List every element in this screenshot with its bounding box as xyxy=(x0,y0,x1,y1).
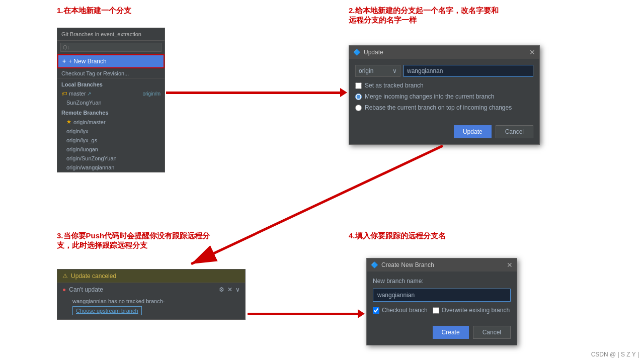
gear-icon[interactable]: ⚙ xyxy=(219,286,224,293)
set-tracked-row: Set as tracked branch xyxy=(355,82,533,89)
git-branches-panel: Git Branches in event_extraction + + New… xyxy=(57,28,165,172)
arrow-head2 xyxy=(358,309,365,318)
tag-icon: 🏷 xyxy=(61,90,67,97)
local-branches-label: Local Branches xyxy=(57,79,165,89)
overwrite-branch-row: Overwrite existing branch xyxy=(433,307,510,314)
remote-branch-name: origin/wangqiannan xyxy=(66,164,114,170)
update-dialog-icon: 🔷 xyxy=(353,49,361,56)
create-branch-titlebar: 🔷 Create New Branch ✕ xyxy=(367,258,517,272)
cant-update-icons: ⚙ ✕ ∨ xyxy=(219,286,240,293)
create-branch-title: Create New Branch xyxy=(381,261,434,268)
set-tracked-checkbox[interactable] xyxy=(355,82,362,89)
cant-update-title: Can't update xyxy=(69,286,103,293)
checkout-branch-checkbox[interactable] xyxy=(373,307,379,314)
remote-branches-label: Remote Branches xyxy=(57,107,165,117)
create-branch-dialog: 🔷 Create New Branch ✕ New branch name: C… xyxy=(366,258,517,345)
title-left: 🔷 Update xyxy=(353,49,383,56)
arrow-head xyxy=(340,88,347,97)
choose-upstream-branch-button[interactable]: Choose upstream branch xyxy=(72,306,142,315)
arrow-step1 xyxy=(166,88,347,97)
remote-branch-origin-sunzongyuan[interactable]: origin/SunZongYuan xyxy=(57,154,165,163)
new-branch-label: + New Branch xyxy=(68,58,107,65)
remote-branch-origin-lyx[interactable]: origin/lyx xyxy=(57,127,165,136)
create-branch-title-left: 🔷 Create New Branch xyxy=(371,261,434,268)
rebase-radio[interactable] xyxy=(355,105,362,111)
remote-branch-origin-luogan[interactable]: origin/luogan xyxy=(57,145,165,154)
new-branch-button[interactable]: + + New Branch xyxy=(57,54,165,68)
branch-item-sunzongyuan[interactable]: SunZongYuan xyxy=(57,98,165,107)
plus-icon: + xyxy=(62,58,66,65)
new-branch-name-label: New branch name: xyxy=(373,278,511,285)
create-branch-close-button[interactable]: ✕ xyxy=(507,261,513,269)
new-branch-name-input[interactable] xyxy=(373,289,511,302)
remote-branch-name: origin/master xyxy=(73,119,106,125)
update-dialog: 🔷 Update ✕ origin ∨ Set as tracked branc… xyxy=(349,45,540,145)
git-search-area xyxy=(57,41,165,54)
remote-select[interactable]: origin ∨ xyxy=(355,65,400,77)
step4-annotation: 4.填入你要跟踪的远程分支名 xyxy=(349,231,446,241)
create-branch-body: New branch name: Checkout branch Overwri… xyxy=(367,272,517,322)
arrow-step2 xyxy=(248,309,365,318)
update-dialog-title: Update xyxy=(364,49,383,56)
update-canceled-text: Update canceled xyxy=(71,273,116,280)
remote-branch-origin-wangqiannan[interactable]: origin/wangqiannan xyxy=(57,163,165,172)
cant-update-body: wangqiannian has no tracked branch- Choo… xyxy=(57,296,245,319)
branch-item-master[interactable]: 🏷 master ↗ origin/m xyxy=(57,89,165,98)
rebase-label: Rebase the current branch on top of inco… xyxy=(365,104,512,111)
update-dialog-footer: Update Cancel xyxy=(349,121,539,144)
create-button[interactable]: Create xyxy=(433,326,469,339)
branch-selection-row: origin ∨ xyxy=(355,65,533,77)
merge-radio[interactable] xyxy=(355,94,362,100)
update-canceled-bar: ⚠ Update canceled xyxy=(57,269,245,283)
step2-annotation: 2.给本地新建的分支起一个名字，改名字要和 远程分支的名字一样 xyxy=(349,6,499,25)
branch-name-master: master xyxy=(69,90,86,97)
remote-branch-origin-master[interactable]: ★ origin/master xyxy=(57,117,165,127)
remote-branch-name: origin/lyx xyxy=(66,128,88,134)
merge-radio-row: Merge incoming changes into the current … xyxy=(355,93,533,100)
cant-update-left: ● Can't update xyxy=(62,286,103,293)
overwrite-branch-checkbox[interactable] xyxy=(433,307,439,314)
update-button[interactable]: Update xyxy=(454,125,492,138)
branch-name-sunzongyuan: SunZongYuan xyxy=(66,100,102,106)
error-icon: ● xyxy=(62,286,66,293)
checkout-branch-row: Checkout branch xyxy=(373,307,428,314)
checkout-branch-label: Checkout branch xyxy=(382,307,428,314)
create-cancel-button[interactable]: Cancel xyxy=(473,326,511,339)
merge-label: Merge incoming changes into the current … xyxy=(365,93,494,100)
update-dialog-body: origin ∨ Set as tracked branch Merge inc… xyxy=(349,59,539,121)
close-icon[interactable]: ✕ xyxy=(227,286,232,293)
remote-branch-name: origin/SunZongYuan xyxy=(66,155,117,161)
remote-branch-name: origin/lyx_gs xyxy=(66,137,97,143)
arrow-line2 xyxy=(248,313,358,315)
rebase-radio-row: Rebase the current branch on top of inco… xyxy=(355,104,533,111)
warning-icon: ⚠ xyxy=(62,273,68,280)
diagonal-arrow-svg xyxy=(151,141,252,272)
remote-branch-origin-lyx-gs[interactable]: origin/lyx_gs xyxy=(57,136,165,145)
cant-update-bar: ● Can't update ⚙ ✕ ∨ xyxy=(57,283,245,296)
update-canceled-panel: ⚠ Update canceled ● Can't update ⚙ ✕ ∨ w… xyxy=(57,269,246,320)
origin-label: origin/m xyxy=(142,91,160,97)
expand-icon[interactable]: ∨ xyxy=(235,286,240,293)
git-search-input[interactable] xyxy=(60,43,162,52)
overwrite-branch-label: Overwrite existing branch xyxy=(442,307,510,314)
svg-line-1 xyxy=(191,146,443,264)
branch-name-input[interactable] xyxy=(404,65,533,77)
update-dialog-titlebar: 🔷 Update ✕ xyxy=(349,46,539,59)
update-dialog-close-button[interactable]: ✕ xyxy=(529,48,535,56)
cant-update-message: wangqiannian has no tracked branch- xyxy=(72,298,240,304)
star-icon: ★ xyxy=(66,119,71,125)
create-branch-icon: 🔷 xyxy=(371,261,378,268)
step1-annotation: 1.在本地新建一个分支 xyxy=(57,6,131,16)
checkout-tag-item[interactable]: Checkout Tag or Revision... xyxy=(57,68,165,79)
remote-select-value: origin xyxy=(359,67,373,74)
upstream-arrow-icon: ↗ xyxy=(87,91,91,97)
git-panel-title: Git Branches in event_extraction xyxy=(57,28,165,41)
arrow-line xyxy=(166,92,340,94)
select-arrow-icon: ∨ xyxy=(392,67,397,74)
remote-branch-name: origin/luogan xyxy=(66,146,98,152)
create-branch-footer: Create Cancel xyxy=(367,322,517,345)
update-cancel-button[interactable]: Cancel xyxy=(496,125,533,138)
watermark: CSDN @ | S Z Y | xyxy=(591,351,639,358)
checkout-overwrite-row: Checkout branch Overwrite existing branc… xyxy=(373,307,511,314)
set-tracked-label: Set as tracked branch xyxy=(365,82,424,89)
